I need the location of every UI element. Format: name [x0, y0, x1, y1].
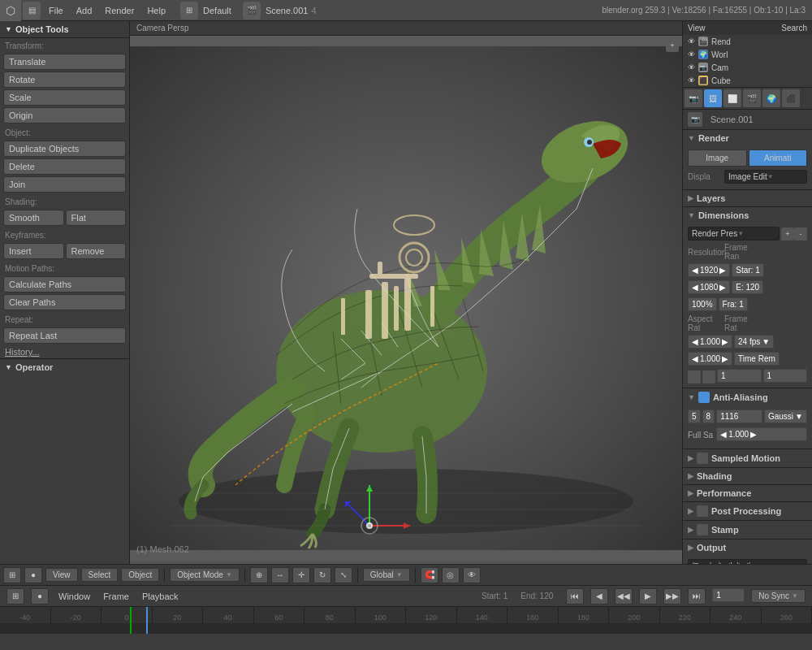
layout-icon[interactable]: ⊞ [180, 2, 198, 20]
end-frame[interactable]: End: 120 [520, 592, 553, 600]
outliner-item-rend[interactable]: 👁 🎬 Rend [683, 35, 812, 48]
menu-render[interactable]: Render [98, 0, 140, 20]
view-icon[interactable]: 👁 [463, 567, 481, 583]
sync-dropdown[interactable]: No Sync [751, 589, 806, 603]
output-path[interactable]: /Render/turtle/turtle [688, 559, 807, 564]
stamp-header[interactable]: Stamp [683, 521, 812, 539]
aa-val2[interactable]: 8 [702, 410, 715, 423]
tab-object[interactable]: ⬛ [782, 89, 800, 107]
percent-field[interactable]: 100% [688, 297, 717, 311]
translate-button[interactable]: Translate [3, 54, 126, 70]
timeline-playhead[interactable] [146, 607, 148, 634]
scale-button[interactable]: Scale [3, 89, 126, 106]
checkbox-2[interactable] [702, 370, 715, 384]
tab-world[interactable]: 🌍 [762, 89, 780, 107]
clear-paths-button[interactable]: Clear Paths [3, 294, 126, 310]
frame-btn[interactable]: Frame [100, 592, 132, 601]
render-presets[interactable]: Render Pres ▼ [688, 227, 780, 240]
outliner-view[interactable]: View [688, 24, 706, 32]
prop-edit-icon[interactable]: ◎ [442, 567, 460, 583]
toolbar-rotate-icon[interactable]: ↻ [313, 567, 331, 583]
outliner-item-worl[interactable]: 👁 🌍 Worl [683, 48, 812, 61]
render-section-header[interactable]: Render [683, 130, 812, 146]
toolbar-scale-icon[interactable]: ⤡ [335, 567, 352, 583]
output-header[interactable]: Output [683, 540, 812, 556]
window-icon[interactable]: ▤ [23, 2, 41, 20]
aa-checkbox[interactable] [698, 392, 710, 403]
skip-end-icon[interactable]: ⏭ [688, 588, 706, 604]
mode-dropdown[interactable]: Object Mode [170, 568, 240, 582]
snap-icon[interactable]: 🧲 [421, 567, 438, 583]
menu-add[interactable]: Add [70, 0, 99, 20]
animation-button[interactable]: Animati [749, 150, 808, 167]
calculate-paths-button[interactable]: Calculate Paths [3, 276, 126, 292]
play-reverse-icon[interactable]: ◀◀ [615, 588, 633, 604]
remove-button[interactable]: Remove [66, 243, 127, 259]
fps-field[interactable]: 24 fps ▼ [734, 335, 774, 349]
aspect-y-field[interactable]: ◀ 1.000 ▶ [688, 352, 732, 366]
remove-preset-icon[interactable]: - [794, 228, 807, 240]
insert-button[interactable]: Insert [3, 243, 64, 259]
image-button[interactable]: Image [688, 150, 747, 167]
next-frame-icon[interactable]: ▶▶ [663, 588, 681, 604]
stamp-checkbox[interactable] [697, 524, 708, 535]
select-button[interactable]: Select [81, 568, 119, 582]
width-field[interactable]: ◀ 1920 ▶ [688, 263, 730, 277]
window-btn[interactable]: Window [55, 592, 93, 601]
toolbar-icon-1[interactable]: ⊞ [3, 567, 21, 583]
shading-section-header[interactable]: Shading [683, 468, 812, 484]
timeline-icon[interactable]: ⊞ [6, 588, 24, 604]
aspect-x-field[interactable]: ◀ 1.000 ▶ [688, 335, 732, 349]
join-button[interactable]: Join [3, 176, 126, 193]
timeline-content[interactable]: -40 -20 0 20 40 60 80 100 120 140 160 18… [0, 607, 812, 634]
rotate-button[interactable]: Rotate [3, 72, 126, 88]
tab-scene[interactable]: 🎬 [743, 89, 761, 107]
toolbar-pivot[interactable]: ⊕ [250, 567, 268, 583]
repeat-last-button[interactable]: Repeat Last [3, 327, 126, 344]
sampled-motion-header[interactable]: Sampled Motion [683, 449, 812, 467]
toolbar-icon-2[interactable]: ● [24, 567, 42, 583]
sm-checkbox[interactable] [697, 453, 708, 464]
time-val-2[interactable]: 1 [763, 369, 808, 383]
smooth-button[interactable]: Smooth [3, 210, 64, 226]
play-icon[interactable]: ▶ [639, 588, 657, 604]
layers-section-header[interactable]: Layers [683, 190, 812, 206]
current-frame-field[interactable]: 1 [712, 588, 745, 602]
object-button[interactable]: Object [121, 568, 159, 582]
display-value[interactable]: Image Edit ▼ [724, 170, 807, 184]
dimensions-section-header[interactable]: Dimensions [683, 207, 812, 223]
global-dropdown[interactable]: Global [363, 568, 410, 582]
tab-render-settings[interactable]: 🖼 [704, 89, 722, 107]
origin-button[interactable]: Origin [3, 107, 126, 124]
history-link[interactable]: History... [0, 345, 129, 358]
view-button[interactable]: View [45, 568, 78, 582]
tab-layers[interactable]: ⬜ [723, 89, 741, 107]
height-field[interactable]: ◀ 1080 ▶ [688, 280, 730, 294]
operator-header[interactable]: Operator [5, 362, 124, 372]
checkbox-1[interactable] [688, 370, 701, 384]
aa-val1[interactable]: 5 [688, 410, 701, 423]
tab-render[interactable]: 📷 [685, 89, 702, 107]
aa-header[interactable]: Anti-Aliasing [683, 388, 812, 406]
menu-file[interactable]: File [42, 0, 70, 20]
timeline-icon-2[interactable]: ● [31, 588, 49, 604]
flat-button[interactable]: Flat [66, 210, 127, 226]
duplicate-objects-button[interactable]: Duplicate Objects [3, 141, 126, 157]
aa-type[interactable]: Gaussi ▼ [764, 410, 807, 423]
toolbar-move[interactable]: ✛ [292, 567, 310, 583]
menu-help[interactable]: Help [140, 0, 172, 20]
prev-frame-icon[interactable]: ◀ [590, 588, 608, 604]
viewport-content[interactable]: + (1) Mesh.062 [130, 36, 682, 561]
viewport-corner-button[interactable]: + [666, 39, 679, 52]
time-val-1[interactable]: 1 [717, 369, 762, 383]
start-frame[interactable]: Start: 1 [482, 592, 508, 600]
toolbar-manip[interactable]: ↔ [271, 567, 289, 583]
delete-button[interactable]: Delete [3, 158, 126, 175]
aa-val3[interactable]: 1116 [716, 410, 762, 423]
playback-btn[interactable]: Playback [139, 592, 182, 601]
pp-checkbox[interactable] [697, 505, 708, 517]
add-preset-icon[interactable]: + [781, 228, 794, 240]
outliner-item-cam[interactable]: 👁 📷 Cam [683, 61, 812, 74]
full-sample-val[interactable]: ◀ 1.000 ▶ [716, 427, 807, 441]
performance-header[interactable]: Performance [683, 485, 812, 501]
